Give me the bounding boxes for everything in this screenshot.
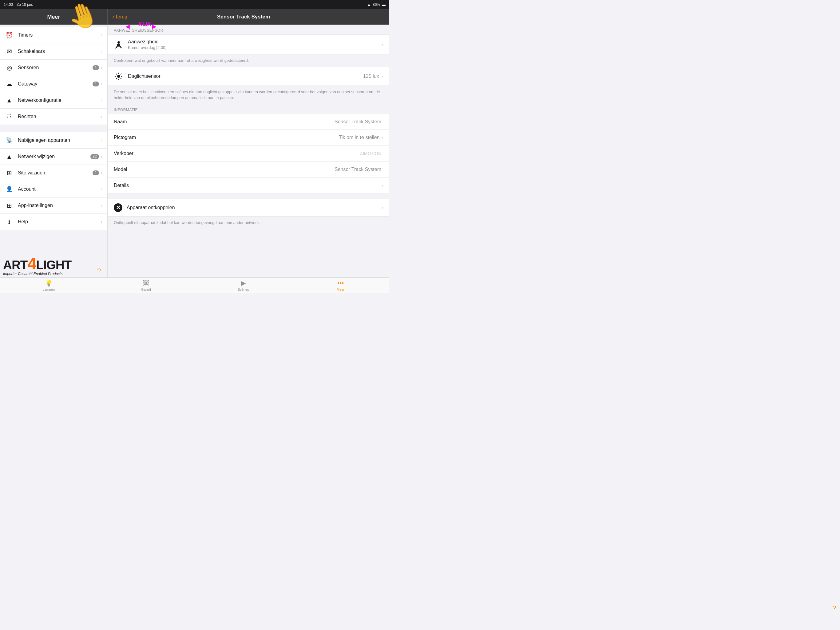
informatie-header: INFORMATIE	[107, 104, 389, 114]
nav-bar: Meer ‹ Terug Sensor Track System	[0, 9, 389, 25]
svg-line-8	[120, 78, 122, 79]
daglichtsensor-chevron: ›	[382, 73, 383, 79]
sidebar-label-gateway: Gateway	[18, 81, 93, 87]
back-label: Terug	[115, 14, 127, 20]
daglichtsensor-title: Daglichtsensor	[128, 73, 363, 79]
sidebar-item-sensoren[interactable]: ◎ Sensoren 1 ›	[0, 60, 107, 76]
sidebar-title-label: Meer	[47, 14, 60, 20]
info-value-verkoper: AIMOTION	[360, 151, 381, 156]
battery-icon: ▬	[382, 2, 385, 7]
sidebar-item-help[interactable]: ℹ Help ›	[0, 214, 107, 230]
sidebar-label-sensoren: Sensoren	[18, 65, 93, 70]
disconnect-row[interactable]: ✕ Apparaat ontkoppelen ›	[107, 199, 389, 217]
svg-point-0	[117, 41, 120, 44]
app-instellingen-icon: ⊞	[5, 201, 14, 210]
sidebar-label-schakelaars: Schakelaars	[18, 49, 101, 54]
tab-lampen[interactable]: 💡 Lampen	[0, 278, 98, 293]
nabijgelegen-icon: 📡	[5, 136, 14, 144]
disconnect-chevron: ›	[382, 205, 383, 211]
sidebar-label-netwerkconfiguratie: Netwerkconfiguratie	[18, 98, 101, 103]
lampen-icon: 💡	[45, 279, 52, 287]
battery-level: 86%	[373, 2, 380, 7]
site-wijzigen-chevron: ›	[101, 170, 103, 176]
netwerk-wijzigen-chevron: ›	[101, 154, 103, 159]
info-label-pictogram: Pictogram	[114, 135, 339, 140]
sidebar-label-account: Account	[18, 187, 101, 192]
tab-scenes[interactable]: ▶ Scènes	[195, 278, 292, 293]
status-bar: 14:00 Zo 10 jan. ▲ 86% ▬	[0, 0, 389, 9]
info-row-naam[interactable]: Naam Sensor Track System	[107, 114, 389, 130]
sidebar-item-app-instellingen[interactable]: ⊞ App-instellingen ›	[0, 198, 107, 214]
meer-label: Meer	[337, 288, 344, 291]
svg-point-2	[117, 75, 120, 78]
scenes-label: Scènes	[238, 288, 249, 291]
daglichtsensor-description: De sensor meet het lichtniveau en scènes…	[107, 86, 389, 104]
sidebar-item-netwerkconfiguratie[interactable]: ▲ Netwerkconfiguratie ›	[0, 92, 107, 109]
sidebar-item-account[interactable]: 👤 Account ›	[0, 181, 107, 198]
info-row-details[interactable]: Details ›	[107, 178, 389, 194]
sensoren-chevron: ›	[101, 65, 103, 70]
tab-meer[interactable]: ••• Meer	[292, 278, 390, 293]
sidebar-label-app-instellingen: App-instellingen	[18, 203, 101, 208]
main-layout: ⏰ Timers › ✉ Schakelaars › ◎ Sensoren 1 …	[0, 25, 389, 277]
gateway-badge: 1	[93, 82, 99, 86]
back-button[interactable]: ‹ Terug	[112, 14, 127, 20]
svg-rect-1	[117, 44, 120, 46]
sidebar: ⏰ Timers › ✉ Schakelaars › ◎ Sensoren 1 …	[0, 25, 107, 277]
sidebar-label-site-wijzigen: Site wijzigen	[18, 170, 93, 176]
svg-line-7	[116, 73, 117, 74]
timers-chevron: ›	[101, 32, 103, 38]
aanwezigheid-title: Aanwezigheid	[128, 39, 382, 44]
sidebar-item-nabijgelegen[interactable]: 📡 Nabijgelegen apparaten ›	[0, 132, 107, 149]
daglichtsensor-value: 125 lux	[363, 73, 379, 79]
nabijgelegen-chevron: ›	[101, 138, 103, 143]
scenes-icon: ▶	[241, 279, 246, 287]
disconnect-icon: ✕	[114, 203, 122, 212]
app-instellingen-chevron: ›	[101, 203, 103, 208]
info-label-model: Model	[114, 167, 335, 172]
info-value-pictogram: Tik om in te stellen	[339, 135, 380, 140]
info-row-model[interactable]: Model Sensor Track System	[107, 162, 389, 178]
aanwezigheid-description: Controleert wat er gebeurt wanneer aan- …	[107, 54, 389, 67]
site-wijzigen-icon: ⊞	[5, 169, 14, 177]
back-arrow-icon: ‹	[112, 14, 114, 20]
info-label-verkoper: Verkoper	[114, 151, 360, 156]
aanwezigheidssensor-header: AANWEZIGHEIDSSENSOR	[107, 25, 389, 35]
sidebar-item-schakelaars[interactable]: ✉ Schakelaars ›	[0, 43, 107, 60]
rechten-chevron: ›	[101, 114, 103, 119]
sidebar-item-site-wijzigen[interactable]: ⊞ Site wijzigen 1 ›	[0, 165, 107, 181]
sidebar-item-rechten[interactable]: 🛡 Rechten ›	[0, 109, 107, 125]
sidebar-label-help: Help	[18, 219, 101, 225]
tab-galerij[interactable]: 🖼 Galerij	[98, 278, 195, 293]
info-row-pictogram[interactable]: Pictogram Tik om in te stellen ›	[107, 130, 389, 146]
help-icon-sidebar[interactable]: ?	[97, 267, 101, 275]
daglichtsensor-row[interactable]: Daglichtsensor 125 lux ›	[107, 67, 389, 86]
sidebar-item-gateway[interactable]: ☁ Gateway 1 ›	[0, 76, 107, 92]
sidebar-item-netwerk-wijzigen[interactable]: ▲ Netwerk wijzigen 32 ›	[0, 149, 107, 165]
wifi-icon: ▲	[367, 2, 371, 7]
sidebar-spacer-1	[0, 125, 107, 132]
info-row-verkoper[interactable]: Verkoper AIMOTION	[107, 146, 389, 162]
sensoren-icon: ◎	[5, 63, 14, 72]
info-label-details: Details	[114, 183, 382, 188]
disconnect-description: Ontkoppelt dit apparaat zodat het kan wo…	[107, 217, 389, 229]
site-wijzigen-badge: 1	[93, 171, 99, 175]
netwerk-wijzigen-badge: 32	[90, 154, 99, 159]
info-value-naam: Sensor Track System	[335, 119, 381, 125]
help-chevron: ›	[101, 219, 103, 225]
timers-icon: ⏰	[5, 31, 14, 40]
pictogram-chevron: ›	[382, 135, 383, 140]
disconnect-section: ✕ Apparaat ontkoppelen › Ontkoppelt dit …	[107, 199, 389, 229]
svg-line-9	[120, 73, 122, 74]
svg-line-10	[116, 78, 117, 79]
status-time: 14:00	[4, 2, 13, 7]
sidebar-item-timers[interactable]: ⏰ Timers ›	[0, 27, 107, 43]
content-area: AANWEZIGHEIDSSENSOR Aanwezigheid Kamer o…	[107, 25, 389, 277]
sidebar-label-rechten: Rechten	[18, 114, 101, 119]
details-chevron: ›	[382, 183, 383, 188]
aanwezigheid-row[interactable]: Aanwezigheid Kamer overdag [2:00] ›	[107, 35, 389, 54]
aanwezigheid-chevron: ›	[382, 42, 383, 47]
nav-center: ‹ Terug Sensor Track System	[107, 14, 389, 20]
meer-icon: •••	[337, 280, 344, 287]
netwerkconfiguratie-chevron: ›	[101, 98, 103, 103]
